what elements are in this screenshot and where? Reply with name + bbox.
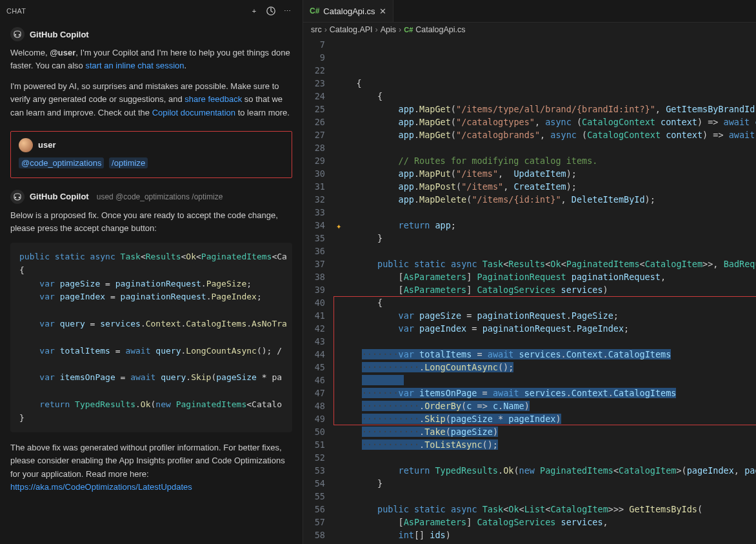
svg-point-1 <box>15 34 16 35</box>
user-avatar-icon <box>19 138 33 152</box>
tab-catalogapi[interactable]: C# CatalogApi.cs ✕ <box>303 0 393 22</box>
editor-panel: C# CatalogApi.cs ✕ src› Catalog.API› Api… <box>303 0 756 544</box>
welcome-p2: I'm powered by AI, so surprises and mist… <box>10 80 292 119</box>
copilot-author: GitHub Copilot <box>30 30 89 39</box>
reply-meta: used @code_optimizations /optimize <box>97 192 223 201</box>
reply-outro: The above fix was generated without prof… <box>10 441 292 494</box>
crumb-catalogapi-proj[interactable]: Catalog.API <box>330 25 373 34</box>
tab-filename: CatalogApi.cs <box>323 6 375 16</box>
sparkle-icon[interactable]: ✦ <box>336 219 341 232</box>
chat-header: CHAT + ⋯ <box>0 0 303 22</box>
more-icon[interactable]: ⋯ <box>279 4 296 18</box>
copilot-avatar-icon <box>10 190 25 204</box>
crumb-src[interactable]: src <box>311 25 322 34</box>
welcome-p1: Welcome, @user, I'm your Copilot and I'm… <box>10 46 292 72</box>
crumb-apis[interactable]: Apis <box>381 25 396 34</box>
crumb-file[interactable]: CatalogApi.cs <box>415 25 465 34</box>
chat-title: CHAT <box>6 7 246 15</box>
copilot-reply: GitHub Copilot used @code_optimizations … <box>10 190 292 494</box>
code-opt-link[interactable]: https://aka.ms/CodeOptimizations/LatestU… <box>10 482 192 492</box>
mention-chip[interactable]: @code_optimizations <box>19 157 104 168</box>
chat-panel: CHAT + ⋯ GitHub Copilot Welcome, @user, … <box>0 0 303 544</box>
breadcrumb[interactable]: src› Catalog.API› Apis› C# CatalogApi.cs <box>303 23 756 37</box>
user-message: user @code_optimizations /optimize <box>10 131 292 178</box>
command-chip[interactable]: /optimize <box>109 157 148 168</box>
new-chat-icon[interactable]: + <box>246 4 263 18</box>
line-number-gutter: 7922232425262728293031323334353637383940… <box>303 37 335 544</box>
csharp-file-icon: C# <box>310 6 319 15</box>
proposed-code-block[interactable]: public static async Task<Results<Ok<Pagi… <box>10 243 292 432</box>
code-lines[interactable]: ✦ { { app.MapGet("/items/type/all/brand/… <box>335 37 756 544</box>
reply-intro: Below is a proposed fix. Once you are re… <box>10 209 292 235</box>
share-feedback-link[interactable]: share feedback <box>184 94 242 104</box>
copilot-avatar-icon <box>10 27 25 41</box>
history-icon[interactable] <box>263 4 279 18</box>
svg-point-4 <box>19 197 20 198</box>
svg-point-2 <box>19 34 20 35</box>
chat-body: GitHub Copilot Welcome, @user, I'm your … <box>0 22 303 544</box>
user-author: user <box>38 140 55 150</box>
tab-bar: C# CatalogApi.cs ✕ <box>303 0 756 23</box>
csharp-file-icon: C# <box>404 26 413 34</box>
svg-point-3 <box>15 197 16 198</box>
inline-chat-link[interactable]: start an inline chat session <box>85 61 184 70</box>
close-tab-icon[interactable]: ✕ <box>379 6 386 16</box>
user-mention: @user <box>50 48 75 57</box>
copilot-welcome: GitHub Copilot Welcome, @user, I'm your … <box>10 27 292 119</box>
code-editor[interactable]: 7922232425262728293031323334353637383940… <box>303 37 756 544</box>
copilot-author: GitHub Copilot <box>30 192 89 201</box>
copilot-docs-link[interactable]: Copilot documentation <box>152 108 235 117</box>
